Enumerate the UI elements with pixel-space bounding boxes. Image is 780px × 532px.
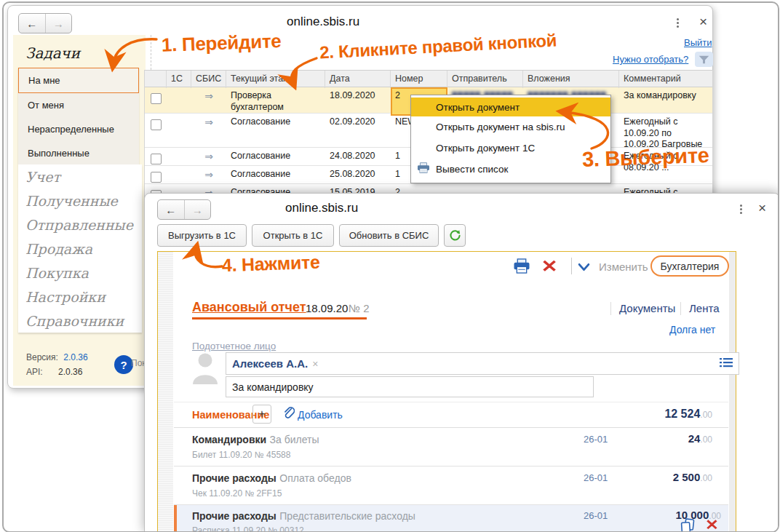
col-comment[interactable]: Комментарий bbox=[619, 71, 712, 88]
back-button[interactable]: ← bbox=[158, 200, 185, 219]
print-icon[interactable] bbox=[513, 258, 530, 277]
row-checkbox[interactable] bbox=[151, 93, 162, 104]
sidebar-group-accounting[interactable]: Учет bbox=[18, 164, 142, 188]
avatar bbox=[190, 351, 220, 387]
sidebar-group-purchase[interactable]: Покупка bbox=[18, 261, 142, 285]
copy-icon[interactable] bbox=[680, 518, 695, 532]
sidebar-groups: Учет Полученные Отправленные Продажа Пок… bbox=[18, 164, 142, 333]
sidebar-group-directories[interactable]: Справочники bbox=[18, 309, 142, 333]
purpose-input[interactable]: За командировку bbox=[226, 376, 594, 397]
chevron-down-icon[interactable] bbox=[578, 261, 590, 274]
menu-item-open-1c[interactable]: Открыть документ 1С bbox=[411, 138, 610, 159]
delete-x-icon[interactable]: ✕ bbox=[541, 256, 557, 277]
update-in-sbis-button[interactable]: Обновить в СБИС bbox=[339, 224, 439, 247]
sidebar-group-sales[interactable]: Продажа bbox=[18, 237, 142, 261]
export-to-1c-button[interactable]: Выгрузить в 1С bbox=[157, 224, 247, 247]
forward-icon: → bbox=[53, 17, 64, 30]
doc-title[interactable]: Авансовый отчет bbox=[192, 300, 306, 315]
logout-link[interactable]: Выйти bbox=[684, 37, 712, 48]
total-fraction: .00 bbox=[700, 410, 712, 420]
menu-item-label: Открыть документ на sbis.ru bbox=[436, 122, 565, 132]
kebab-menu-icon[interactable] bbox=[736, 202, 746, 215]
doc-number: № 2 bbox=[349, 302, 370, 314]
choose-from-list-icon[interactable] bbox=[720, 357, 733, 370]
refresh-button[interactable] bbox=[444, 224, 466, 247]
expense-row-selected[interactable]: Прочие расходы Представительские расходы… bbox=[174, 505, 728, 532]
printer-icon bbox=[417, 162, 430, 176]
row-divider bbox=[174, 466, 728, 467]
tab-documents[interactable]: Документы bbox=[619, 302, 675, 314]
expense-desc: Оплата обедов bbox=[279, 472, 351, 484]
debt-status-link[interactable]: Долга нет bbox=[669, 324, 715, 336]
cell-comment: За командировку bbox=[619, 87, 712, 105]
sidebar-item-unassigned[interactable]: Нераспределенные bbox=[18, 117, 139, 141]
filter-hint-link[interactable]: Нужно отобрать? bbox=[613, 54, 688, 65]
person-field-label[interactable]: Подотчетное лицо bbox=[192, 341, 276, 352]
add-item-button[interactable]: + bbox=[252, 405, 271, 424]
sidebar-item-done[interactable]: Выполненные bbox=[18, 141, 139, 165]
attach-add-link[interactable]: Добавить bbox=[298, 409, 343, 421]
open-in-1c-button[interactable]: Открыть в 1С bbox=[252, 224, 334, 247]
expense-name: Прочие расходы bbox=[192, 510, 276, 522]
cell-date: 18.09.2020 bbox=[325, 87, 391, 105]
sidebar-group-sent[interactable]: Отправленные bbox=[18, 213, 142, 237]
close-icon[interactable]: × bbox=[758, 202, 766, 215]
right-scroll-strip[interactable] bbox=[729, 252, 736, 532]
close-icon[interactable]: × bbox=[699, 15, 707, 28]
expense-doc-ref: Расписка 11.09.20 № 00312 bbox=[192, 525, 304, 532]
menu-item-label: Открыть документ 1С bbox=[436, 143, 535, 154]
cell-stage: Согласование bbox=[226, 166, 325, 183]
col-sbis[interactable]: СБИС bbox=[191, 71, 226, 88]
menu-item-open-on-sbis[interactable]: Открыть документ на sbis.ru bbox=[411, 116, 610, 138]
api-label: API: bbox=[26, 367, 43, 377]
clear-person-icon[interactable]: × bbox=[312, 358, 318, 370]
sidebar-group-received[interactable]: Полученные bbox=[18, 188, 142, 213]
paperclip-icon[interactable] bbox=[283, 407, 295, 423]
sidebar-group-settings[interactable]: Настройки bbox=[18, 285, 142, 309]
cell-date: 24.08.2020 bbox=[325, 148, 391, 165]
menu-item-print-list[interactable]: Вывести список bbox=[411, 159, 610, 180]
annotation-step1: 1. Перейдите bbox=[162, 30, 282, 57]
col-number[interactable]: Номер bbox=[391, 71, 447, 88]
document-frame: ✕ Изменить Бухгалтерия Авансовый отчет 1… bbox=[157, 251, 736, 532]
edit-label[interactable]: Изменить bbox=[599, 261, 648, 273]
expense-account: 26-01 bbox=[584, 434, 608, 445]
forward-button[interactable]: → bbox=[46, 14, 72, 33]
person-value: Алексеев А.А. bbox=[232, 357, 308, 370]
sidebar-group-label: Настройки bbox=[25, 289, 106, 305]
person-input[interactable]: Алексеев А.А. × bbox=[226, 352, 739, 375]
filter-funnel-icon[interactable] bbox=[695, 52, 713, 67]
row-checkbox[interactable] bbox=[151, 172, 162, 183]
col-date[interactable]: Дата bbox=[325, 71, 391, 88]
back-icon: ← bbox=[165, 204, 176, 216]
col-attachments[interactable]: Вложения bbox=[523, 71, 619, 88]
version-row: Версия: 2.0.36 bbox=[26, 352, 88, 362]
tab-feed[interactable]: Лента bbox=[689, 302, 720, 314]
cell-stage: Согласование bbox=[226, 148, 325, 165]
sidebar-group-label: Справочники bbox=[25, 313, 124, 329]
sidebar-item-from-me[interactable]: От меня bbox=[18, 93, 139, 117]
accounting-pill-button[interactable]: Бухгалтерия bbox=[650, 255, 729, 277]
row-checkbox[interactable] bbox=[151, 154, 162, 164]
delete-row-icon[interactable]: ✕ bbox=[705, 516, 719, 532]
version-value: 2.0.36 bbox=[63, 352, 87, 362]
cell-stage: Проверка бухгалтером bbox=[226, 87, 325, 116]
kebab-menu-icon[interactable] bbox=[672, 16, 682, 29]
sidebar-task-filters: На мне От меня Нераспределенные Выполнен… bbox=[18, 68, 139, 165]
col-1c[interactable]: 1С bbox=[167, 71, 191, 88]
col-sender[interactable]: Отправитель bbox=[447, 71, 523, 88]
sidebar-group-label: Продажа bbox=[25, 241, 92, 257]
forward-button[interactable]: → bbox=[185, 200, 211, 219]
row-checkbox[interactable] bbox=[151, 119, 162, 130]
version-label: Версия: bbox=[26, 352, 58, 362]
menu-item-open-document[interactable]: Открыть документ bbox=[411, 98, 610, 116]
col-stage[interactable]: Текущий этап bbox=[226, 71, 325, 88]
tab-separator bbox=[610, 302, 611, 315]
api-value: 2.0.36 bbox=[58, 367, 82, 377]
back-button[interactable]: ← bbox=[19, 14, 46, 33]
sidebar-item-on-me[interactable]: На мне bbox=[18, 68, 139, 93]
expense-amount: 24 bbox=[688, 432, 701, 445]
forward-icon: → bbox=[192, 204, 203, 216]
cell-date: 25.08.2020 bbox=[325, 166, 391, 183]
sidebar-item-label: От меня bbox=[28, 100, 64, 111]
